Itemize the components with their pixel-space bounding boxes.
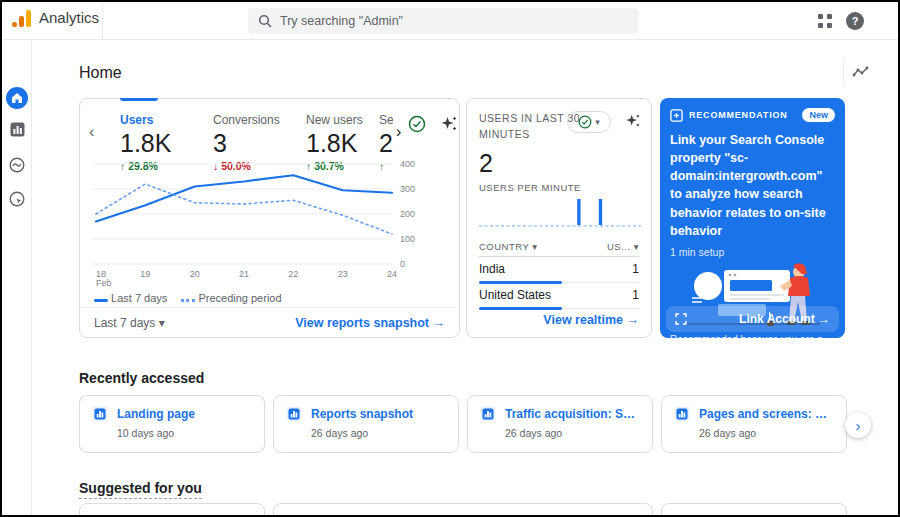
caret-down-icon: ▾ [595, 117, 600, 127]
view-realtime-link[interactable]: View realtime → [543, 313, 639, 327]
report-icon [480, 406, 496, 422]
recommendation-tag: RECOMMENDATION [689, 110, 788, 120]
bar-chart-icon [10, 122, 25, 137]
help-icon[interactable]: ? [846, 12, 864, 30]
search-placeholder: Try searching "Admin" [280, 14, 403, 28]
country-bar [479, 307, 562, 310]
legend-solid-swatch [94, 299, 108, 302]
legend-dotted-swatch [181, 299, 195, 302]
svg-text:24: 24 [387, 269, 397, 279]
report-icon [286, 406, 302, 422]
nav-home[interactable] [2, 87, 32, 109]
recommendation-note: Recommended because you are a verified [670, 334, 835, 356]
svg-text:20: 20 [190, 269, 200, 279]
metrics-scroll-right-icon[interactable]: › [396, 123, 401, 141]
svg-text:19: 19 [140, 269, 150, 279]
link-account-button[interactable]: Link Account → [666, 306, 839, 332]
left-nav-rail: ⚙ [2, 40, 32, 515]
recent-card-landing-page[interactable]: Landing page 10 days ago [79, 395, 265, 453]
search-icon [258, 14, 272, 28]
setup-time: 1 min setup [670, 246, 835, 258]
recent-card-traffic-acquisition[interactable]: Traffic acquisition: Session defa... 26 … [467, 395, 653, 453]
analytics-home-window: Analytics Try searching "Admin" ? [0, 0, 900, 517]
report-icon [674, 406, 690, 422]
nav-advertising[interactable] [2, 191, 32, 207]
trend-chart-svg: 010020030040018Feb192021222324 [92, 159, 444, 287]
country-column-header[interactable]: COUNTRY ▾ [479, 241, 538, 252]
analytics-logo-icon [12, 9, 31, 27]
users-per-minute-chart [479, 197, 641, 229]
page-title: Home [79, 64, 122, 82]
divider [843, 58, 844, 86]
svg-text:23: 23 [338, 269, 348, 279]
explore-icon [9, 157, 25, 173]
view-reports-snapshot-link[interactable]: View reports snapshot → [295, 316, 445, 330]
home-icon [6, 87, 28, 109]
check-circle-icon [578, 115, 592, 129]
chart-legend: Last 7 days Preceding period [94, 292, 282, 304]
svg-text:100: 100 [400, 234, 415, 244]
nav-explore[interactable] [2, 157, 32, 173]
suggested-card-stub[interactable] [79, 503, 265, 517]
brand-name: Analytics [39, 9, 99, 27]
recently-accessed-title: Recently accessed [79, 370, 204, 386]
report-icon [92, 406, 108, 422]
svg-text:300: 300 [400, 184, 415, 194]
expand-icon[interactable] [675, 313, 687, 325]
brand[interactable]: Analytics [12, 9, 99, 27]
svg-text:200: 200 [400, 209, 415, 219]
date-range-select[interactable]: Last 7 days ▾ [94, 316, 165, 330]
users-column-header[interactable]: US... ▾ [607, 241, 639, 252]
overview-footer: Last 7 days ▾ View reports snapshot → [80, 307, 459, 337]
top-bar: Analytics Try searching "Admin" ? [2, 2, 898, 40]
suggested-for-you-title: Suggested for you [79, 480, 202, 499]
advertising-icon [9, 191, 25, 207]
nav-reports[interactable] [2, 122, 32, 137]
svg-text:21: 21 [239, 269, 249, 279]
data-quality-check-icon[interactable] [408, 115, 426, 133]
svg-text:0: 0 [400, 259, 405, 269]
svg-text:22: 22 [288, 269, 298, 279]
suggested-card-stub[interactable] [273, 503, 653, 517]
overview-card: ‹ › Users 1.8K ↑ 29.8% Conversions 3 ↓ 5… [79, 98, 460, 338]
realtime-subtitle: USERS PER MINUTE [479, 182, 639, 193]
insights-sparkle-icon[interactable] [440, 115, 458, 133]
topbar-divider [102, 2, 103, 40]
search-input[interactable]: Try searching "Admin" [248, 8, 638, 34]
insights-icon[interactable] [852, 65, 870, 83]
recommendation-title: Link your Search Console property "sc-do… [670, 131, 835, 240]
recent-scroll-right-button[interactable]: › [845, 412, 871, 438]
realtime-table-header: COUNTRY ▾ US... ▾ [479, 241, 639, 257]
realtime-users-value: 2 [479, 149, 639, 178]
recent-card-pages-and-screens[interactable]: Pages and screens: Page title an... 26 d… [661, 395, 847, 453]
country-row-india[interactable]: India 1 [479, 257, 639, 283]
add-box-icon [670, 109, 683, 122]
realtime-card: USERS IN LAST 30 MINUTES ▾ 2 USERS PER M… [466, 98, 652, 338]
recommendation-card: RECOMMENDATION New Link your Search Cons… [660, 98, 845, 338]
svg-text:400: 400 [400, 159, 415, 169]
suggested-card-stub[interactable] [661, 503, 847, 517]
new-badge: New [802, 108, 835, 122]
active-metric-indicator [120, 98, 158, 101]
recent-card-reports-snapshot[interactable]: Reports snapshot 26 days ago [273, 395, 459, 453]
realtime-sparkle-icon[interactable] [625, 113, 641, 133]
country-row-united-states[interactable]: United States 1 [479, 283, 639, 309]
realtime-status-pill[interactable]: ▾ [567, 111, 611, 133]
apps-grid-icon[interactable] [818, 14, 832, 28]
metrics-scroll-left-icon[interactable]: ‹ [89, 123, 94, 141]
svg-text:Feb: Feb [96, 278, 112, 287]
